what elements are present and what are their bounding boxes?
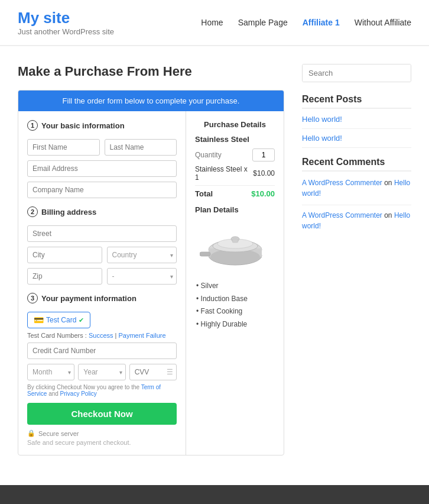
test-card-button[interactable]: 💳 Test Card ✔ — [27, 312, 90, 328]
country-select[interactable]: Country — [107, 247, 177, 263]
quantity-row: Quantity — [195, 148, 275, 161]
form-header: Fill the order form below to complete yo… — [18, 91, 284, 111]
section3-title: 3 Your payment information — [27, 293, 177, 303]
form-inner: 1 Your basic information — [18, 111, 284, 455]
purchase-form-box: Fill the order form below to complete yo… — [18, 90, 284, 455]
cvv-wrap — [129, 364, 177, 380]
nav-affiliate1[interactable]: Affiliate 1 — [303, 18, 340, 27]
comment-author-2[interactable]: A WordPress Commenter — [302, 211, 382, 219]
feature-1: Silver — [195, 280, 275, 293]
pay-details-row: Month Year — [27, 364, 177, 380]
site-branding: My site Just another WordPress site — [18, 9, 114, 36]
pan-svg — [200, 219, 271, 272]
page-title: Make a Purchase From Here — [18, 64, 284, 79]
credit-card-input[interactable] — [27, 343, 177, 359]
quantity-label: Quantity — [195, 151, 222, 159]
search-input[interactable] — [303, 64, 411, 82]
product-name: Stainless Steel — [195, 135, 275, 144]
product-image — [195, 219, 275, 274]
email-input[interactable] — [27, 160, 177, 177]
street-row — [27, 225, 177, 242]
privacy-link[interactable]: Privacy Policy — [60, 390, 97, 397]
line-item-label: Stainless Steel x 1 — [195, 165, 253, 182]
quantity-input[interactable] — [252, 148, 275, 161]
city-input[interactable] — [27, 247, 102, 263]
line-item-row: Stainless Steel x 1 $10.00 — [195, 165, 275, 182]
feature-2: Induction Base — [195, 293, 275, 306]
month-select[interactable]: Month — [27, 364, 74, 380]
section2-title: 2 Billing address — [27, 206, 177, 217]
feature-3: Fast Cooking — [195, 305, 275, 318]
plan-title: Plan Details — [195, 205, 275, 214]
form-right-column: Purchase Details Stainless Steel Quantit… — [186, 111, 284, 455]
step1-number: 1 — [27, 120, 38, 131]
feature-4: Highly Durable — [195, 318, 275, 331]
total-label: Total — [195, 189, 213, 198]
recent-comments-title: Recent Comments — [302, 157, 411, 172]
zip-row: - — [27, 268, 177, 285]
checkout-button[interactable]: Checkout Now — [27, 403, 177, 425]
email-row — [27, 160, 177, 177]
year-select[interactable]: Year — [78, 364, 125, 380]
post-link-2[interactable]: Hello world! — [302, 134, 411, 143]
nav-sample-page[interactable]: Sample Page — [238, 18, 288, 27]
name-row — [27, 139, 177, 156]
post-link-1[interactable]: Hello world! — [302, 115, 411, 124]
test-card-numbers: Test Card Numbers : Success | Payment Fa… — [27, 332, 177, 339]
street-input[interactable] — [27, 225, 177, 242]
comment-1: A WordPress Commenter on Hello world! — [302, 177, 411, 199]
line-item-price: $10.00 — [253, 169, 275, 177]
sidebar: 🔍 Recent Posts Hello world! Hello world!… — [302, 64, 411, 455]
company-input[interactable] — [27, 182, 177, 198]
cvv-input[interactable] — [129, 364, 177, 380]
first-name-input[interactable] — [27, 139, 100, 156]
month-select-wrap: Month — [27, 364, 74, 380]
lock-icon: 🔒 — [27, 429, 35, 437]
total-row: Total $10.00 — [195, 185, 275, 198]
search-box: 🔍 — [302, 64, 411, 82]
credit-card-row — [27, 343, 177, 359]
comment-author-1[interactable]: A WordPress Commenter — [302, 179, 382, 187]
success-link[interactable]: Success — [89, 332, 113, 339]
section1-title: 1 Your basic information — [27, 120, 177, 131]
secure-row: 🔒 Secure server — [27, 429, 177, 437]
step2-number: 2 — [27, 206, 38, 217]
terms-text: By clicking Checkout Now you agree to th… — [27, 384, 177, 397]
safe-text: Safe and secure payment checkout. — [27, 439, 177, 446]
last-name-input[interactable] — [105, 139, 177, 156]
year-select-wrap: Year — [78, 364, 125, 380]
total-price: $10.00 — [251, 189, 275, 198]
city-country-row: Country — [27, 247, 177, 263]
main-container: Make a Purchase From Here Fill the order… — [0, 46, 429, 473]
zip-input[interactable] — [27, 268, 102, 285]
main-nav: Home Sample Page Affiliate 1 Without Aff… — [201, 18, 411, 27]
form-left-column: 1 Your basic information — [18, 111, 186, 455]
svg-rect-7 — [232, 239, 238, 243]
dash-select[interactable]: - — [107, 268, 177, 285]
header: My site Just another WordPress site Home… — [0, 0, 429, 46]
company-row — [27, 182, 177, 198]
failure-link[interactable]: Payment Failure — [119, 332, 166, 339]
comment-2: A WordPress Commenter on Hello world! — [302, 210, 411, 231]
svg-rect-8 — [200, 252, 210, 256]
card-icon: 💳 — [34, 315, 44, 325]
nav-without-affiliate[interactable]: Without Affiliate — [355, 18, 411, 27]
content-area: Make a Purchase From Here Fill the order… — [18, 64, 284, 455]
recent-posts-title: Recent Posts — [302, 94, 411, 109]
purchase-details-title: Purchase Details — [195, 120, 275, 129]
footer: Colorway Theme Footer is widgetized. To … — [0, 485, 429, 504]
check-icon: ✔ — [79, 316, 84, 324]
plan-features-list: Silver Induction Base Fast Cooking Highl… — [195, 280, 275, 331]
step3-number: 3 — [27, 293, 38, 303]
site-tagline: Just another WordPress site — [18, 27, 114, 36]
nav-home[interactable]: Home — [201, 18, 223, 27]
site-title: My site — [18, 9, 114, 27]
